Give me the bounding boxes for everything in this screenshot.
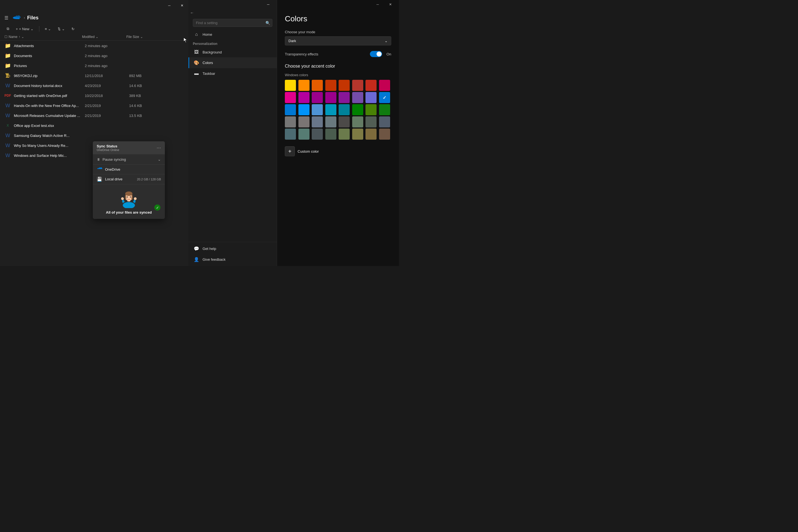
- table-row[interactable]: 📁 Documents 2 minutes ago: [0, 51, 188, 61]
- minimize-button[interactable]: ─: [163, 1, 176, 10]
- app-header: ☰ › Files: [0, 11, 188, 24]
- sync-more-icon[interactable]: ⋯: [156, 145, 161, 150]
- table-row[interactable]: 🗜 965YOKDJ.zip 12/11/2018 892 MB: [0, 71, 188, 81]
- table-row[interactable]: W Samsung Galaxy Watch Active R...: [0, 131, 188, 140]
- search-input[interactable]: [193, 19, 272, 27]
- choose-mode-label: Choose your mode: [285, 30, 391, 34]
- feedback-icon: 👤: [194, 257, 199, 262]
- color-swatch[interactable]: [325, 129, 336, 140]
- color-swatch[interactable]: [312, 104, 323, 115]
- settings-nav-home[interactable]: ⌂ Home: [188, 29, 277, 40]
- color-swatch[interactable]: [365, 92, 377, 103]
- new-button[interactable]: + + New ⌄: [14, 26, 36, 32]
- settings-minimize-button[interactable]: ─: [262, 0, 274, 9]
- color-swatch[interactable]: [325, 116, 336, 128]
- table-row[interactable]: W Document history tutorial.docx 4/23/20…: [0, 81, 188, 91]
- pdf-icon: PDF: [4, 92, 11, 99]
- new-arrow-icon: ⌄: [31, 27, 34, 31]
- transparency-toggle-label: On: [386, 52, 391, 56]
- color-swatch[interactable]: [352, 129, 363, 140]
- colors-minimize-button[interactable]: ─: [371, 0, 384, 9]
- color-swatch[interactable]: [325, 80, 336, 91]
- search-icon[interactable]: 🔍: [265, 21, 270, 25]
- color-swatch[interactable]: [312, 129, 323, 140]
- local-drive-row[interactable]: 💾 Local drive 20.2 GB / 128 GB: [93, 174, 165, 184]
- color-swatch[interactable]: [339, 116, 350, 128]
- onedrive-row[interactable]: OneDrive: [93, 165, 165, 174]
- file-size: 14.6 KB: [129, 84, 163, 88]
- color-swatch[interactable]: [285, 116, 296, 128]
- refresh-button[interactable]: ↻: [69, 26, 77, 32]
- color-swatch[interactable]: [339, 80, 350, 91]
- file-name: Samsung Galaxy Watch Active R...: [14, 134, 85, 138]
- color-swatch[interactable]: [352, 104, 363, 115]
- color-swatch[interactable]: [365, 116, 377, 128]
- color-swatch[interactable]: [365, 104, 377, 115]
- color-swatch[interactable]: [365, 80, 377, 91]
- color-swatch[interactable]: [365, 129, 377, 140]
- sync-message: All of your files are synced: [106, 210, 152, 214]
- color-swatch[interactable]: [379, 116, 390, 128]
- mode-dropdown[interactable]: Dark ⌄: [285, 36, 391, 45]
- table-row[interactable]: 📁 Pictures 2 minutes ago: [0, 61, 188, 71]
- color-swatch[interactable]: [379, 129, 390, 140]
- color-swatch[interactable]: [379, 104, 390, 115]
- color-swatch[interactable]: [352, 116, 363, 128]
- color-swatch[interactable]: [339, 129, 350, 140]
- color-swatch[interactable]: [299, 92, 309, 103]
- view-button[interactable]: ≡ ⌄: [43, 26, 53, 32]
- colors-close-button[interactable]: ✕: [384, 0, 397, 9]
- table-row[interactable]: X Office app Excel test.xlsx: [0, 120, 188, 131]
- color-swatch[interactable]: [352, 92, 363, 103]
- color-swatch[interactable]: [339, 104, 350, 115]
- custom-color-plus-icon: +: [285, 146, 295, 156]
- color-swatch[interactable]: [352, 80, 363, 91]
- copy-button[interactable]: ⧉: [4, 25, 11, 32]
- get-help-item[interactable]: 💬 Get help: [188, 243, 277, 254]
- color-swatch[interactable]: [339, 92, 350, 103]
- color-swatch[interactable]: [312, 80, 323, 91]
- modified-column-header[interactable]: Modified ⌄: [82, 35, 126, 39]
- file-modified: 2 minutes ago: [85, 44, 129, 48]
- color-swatch[interactable]: [379, 92, 390, 103]
- file-modified: 2/21/2019: [85, 103, 129, 108]
- color-swatch[interactable]: [299, 116, 309, 128]
- table-row[interactable]: W Hands-On with the New Free Office Ap..…: [0, 100, 188, 111]
- color-swatch[interactable]: [299, 80, 309, 91]
- sync-pause-row[interactable]: ⏸ Pause syncing ⌄: [93, 154, 165, 165]
- settings-nav-taskbar[interactable]: ▬ Taskbar: [188, 68, 277, 79]
- table-row[interactable]: W Microsoft Releases Cumulative Update .…: [0, 111, 188, 120]
- give-feedback-item[interactable]: 👤 Give feedback: [188, 254, 277, 265]
- color-swatch[interactable]: [285, 104, 296, 115]
- custom-color-button[interactable]: + Custom color: [285, 144, 319, 158]
- color-swatch[interactable]: [285, 92, 296, 103]
- taskbar-label: Taskbar: [203, 72, 215, 76]
- table-row[interactable]: 📁 Attachments 2 minutes ago: [0, 41, 188, 51]
- settings-back-button[interactable]: ←: [188, 9, 277, 17]
- color-swatch[interactable]: [299, 104, 309, 115]
- settings-nav-colors[interactable]: 🎨 Colors: [188, 57, 277, 68]
- table-row[interactable]: PDF Getting started with OneDrive.pdf 10…: [0, 91, 188, 100]
- settings-title-bar: ─: [188, 0, 277, 9]
- close-button[interactable]: ✕: [176, 1, 188, 10]
- size-column-header[interactable]: File Size ⌄: [126, 35, 159, 39]
- color-swatch[interactable]: [325, 92, 336, 103]
- sort-button[interactable]: ⇅ ⌄: [55, 26, 67, 32]
- file-modified: 10/22/2018: [85, 94, 129, 98]
- color-swatch[interactable]: [325, 104, 336, 115]
- color-swatch[interactable]: [312, 92, 323, 103]
- color-swatch[interactable]: [379, 80, 390, 91]
- color-swatch[interactable]: [285, 80, 296, 91]
- breadcrumb-arrow[interactable]: ›: [24, 16, 25, 20]
- svg-point-2: [134, 197, 137, 200]
- color-swatch[interactable]: [312, 116, 323, 128]
- name-column-header[interactable]: ☐ Name ↑ ⌄: [4, 35, 82, 39]
- settings-panel: ─ ← 🔍 ⌂ Home Personalization 🖼 Backgroun…: [188, 0, 277, 266]
- file-modified: 2 minutes ago: [85, 64, 129, 68]
- file-size: 13.5 KB: [129, 114, 163, 118]
- settings-nav-background[interactable]: 🖼 Background: [188, 47, 277, 57]
- transparency-toggle[interactable]: [370, 51, 382, 57]
- color-swatch[interactable]: [285, 129, 296, 140]
- color-swatch[interactable]: [299, 129, 309, 140]
- hamburger-icon[interactable]: ☰: [4, 15, 8, 20]
